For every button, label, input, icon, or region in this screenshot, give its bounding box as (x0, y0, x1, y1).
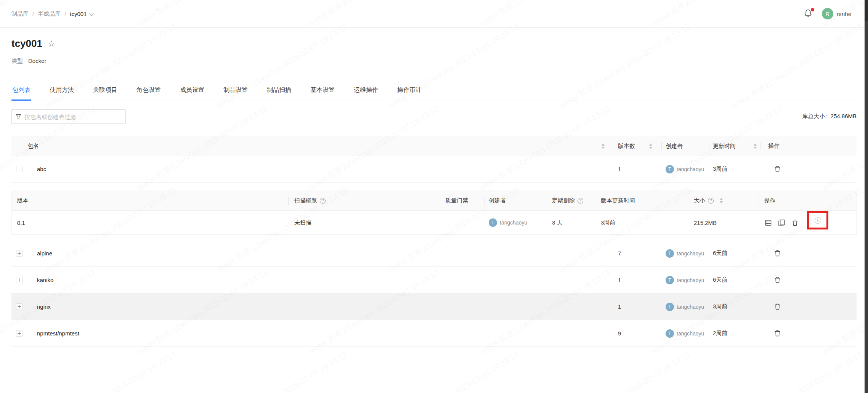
ncol-scan: 扫描概览 (294, 197, 317, 204)
filter-funnel-icon (16, 114, 21, 120)
breadcrumb-item-repo[interactable]: 制品库 (11, 10, 29, 18)
delete-package-button[interactable] (773, 302, 782, 311)
creator-name: tangchaoyu (677, 304, 704, 310)
trash-icon (774, 165, 781, 173)
col-creator: 创建者 (666, 143, 683, 150)
creator-cell: T tangchaoyu (489, 218, 527, 227)
trash-icon (774, 330, 781, 337)
tab-ops-actions[interactable]: 运维操作 (353, 86, 379, 101)
tab-related-projects[interactable]: 关联项目 (92, 86, 118, 101)
tab-artifact-scan[interactable]: 制品扫描 (266, 86, 292, 101)
vertical-scrollbar[interactable] (865, 0, 868, 393)
sort-name-button[interactable] (601, 143, 605, 150)
expand-row-button[interactable] (16, 303, 22, 310)
watermark-text: renhe 简单云DevOps 2023-02-07 19:23:13 (386, 349, 521, 393)
col-updated: 更新时间 (713, 143, 736, 150)
user-name: renhe (837, 11, 851, 17)
table-row: nginx 1 T tangchaoyu 3周前 (11, 294, 857, 320)
package-name: kaniko (37, 277, 53, 283)
delete-package-button[interactable] (773, 276, 782, 284)
expand-row-button[interactable] (16, 330, 22, 337)
watermark-text: renhe 简单云DevOps 2023-02-07 19:23:13 (43, 349, 178, 393)
version-detail-button[interactable] (764, 218, 773, 227)
avatar: T (666, 303, 674, 311)
user-menu[interactable]: R renhe (822, 8, 851, 19)
table-header: 包名 版本数 创建者 更新时间 操作 (11, 136, 857, 156)
watermark-text: renhe 简单云DevOps 2023-02-07 19:23:13 (558, 349, 692, 393)
copy-button[interactable] (777, 218, 786, 227)
creator-name: tangchaoyu (677, 330, 704, 337)
tab-member-settings[interactable]: 成员设置 (179, 86, 205, 101)
filter-input[interactable] (24, 114, 122, 120)
version-count: 9 (618, 330, 621, 337)
trash-icon (774, 250, 781, 257)
table-row: abc 1 T tangchaoyu 3周前 (11, 156, 857, 183)
trash-icon (774, 276, 781, 284)
breadcrumb: 制品库 半成品库 tcy001 (11, 10, 93, 18)
sort-updated-button[interactable] (753, 143, 757, 150)
col-name: 包名 (27, 143, 39, 150)
scrollbar-thumb[interactable] (865, 0, 868, 21)
ncol-updated: 版本更新时间 (601, 197, 635, 204)
breadcrumb-current-repo-switcher[interactable]: tcy001 (70, 11, 93, 17)
creator-cell: T tangchaoyu (666, 329, 704, 338)
toolbar: 库总大小:254.86MB (11, 109, 857, 124)
expand-row-button[interactable] (16, 250, 22, 257)
notification-bell-button[interactable] (804, 9, 813, 19)
creator-name: tangchaoyu (677, 166, 704, 172)
topbar: 制品库 半成品库 tcy001 R renhe (0, 0, 868, 28)
help-icon[interactable] (320, 198, 326, 204)
sort-size-button[interactable] (719, 197, 724, 204)
trash-icon (774, 303, 781, 310)
tab-operation-audit[interactable]: 操作审计 (396, 86, 422, 101)
package-name: nginx (37, 303, 51, 310)
table-row: kaniko 1 T tangchaoyu 6天前 (11, 267, 857, 294)
breadcrumb-current-label: tcy001 (70, 11, 87, 17)
help-icon[interactable] (578, 198, 583, 204)
sort-versions-button[interactable] (648, 143, 653, 150)
scan-version-button-disabled[interactable] (813, 216, 823, 225)
package-name: npmtest/npmtest (37, 330, 79, 337)
highlight-annotation-box (807, 211, 828, 229)
repo-size-value: 254.86MB (831, 113, 857, 119)
tab-bar: 包列表 使用方法 关联项目 角色设置 成员设置 制品设置 制品扫描 基本设置 运… (11, 86, 857, 101)
updated-time: 3周前 (713, 165, 727, 173)
ncol-version: 版本 (17, 197, 29, 204)
table-row: alpine 7 T tangchaoyu 6天前 (11, 240, 857, 267)
expand-row-button[interactable] (16, 277, 22, 283)
scan-status: 未扫描 (294, 219, 311, 226)
type-value: Docker (28, 58, 47, 65)
topbar-right: R renhe (804, 8, 851, 19)
delete-package-button[interactable] (773, 329, 782, 338)
filter-input-box[interactable] (11, 109, 126, 124)
chevron-down-icon (89, 11, 94, 16)
breadcrumb-separator (32, 11, 34, 17)
ncol-creator: 创建者 (489, 197, 506, 204)
expanded-version-panel: 版本 扫描概览 质量门禁 创建者 定期删除 版本更新时间 大小 操作 (11, 183, 857, 240)
tab-artifact-settings[interactable]: 制品设置 (223, 86, 249, 101)
help-icon[interactable] (708, 198, 714, 204)
notification-dot (811, 8, 814, 11)
version-number: 0.1 (17, 220, 25, 226)
version-count: 7 (618, 250, 621, 257)
page-title: tcy001 (11, 38, 42, 50)
breadcrumb-item-sublibrary[interactable]: 半成品库 (38, 10, 61, 18)
delete-package-button[interactable] (773, 249, 782, 258)
delete-version-button[interactable] (791, 218, 799, 227)
tab-usage[interactable]: 使用方法 (49, 86, 75, 101)
favorite-star-icon[interactable] (48, 40, 55, 48)
tab-role-settings[interactable]: 角色设置 (136, 86, 162, 101)
version-count: 1 (618, 166, 621, 172)
tab-package-list[interactable]: 包列表 (11, 86, 31, 101)
watermark-text: renhe 简单云DevOps 2023-02-07 19:23:13 (215, 349, 349, 393)
updated-time: 6天前 (713, 276, 727, 284)
package-name: abc (37, 166, 46, 172)
tab-basic-settings[interactable]: 基本设置 (310, 86, 335, 101)
table-row: npmtest/npmtest 9 T tangchaoyu 2周前 (11, 320, 857, 347)
purge-period: 3 天 (552, 219, 563, 226)
delete-package-button[interactable] (773, 165, 782, 173)
type-label: 类型 (11, 58, 23, 65)
copy-icon (778, 219, 785, 226)
collapse-row-button[interactable] (16, 166, 22, 172)
avatar: R (822, 8, 833, 19)
